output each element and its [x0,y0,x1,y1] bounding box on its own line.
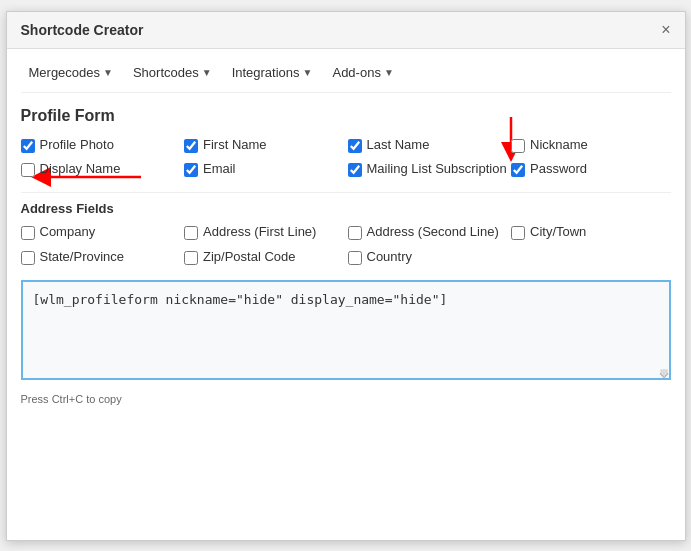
last-name-label: Last Name [367,137,430,154]
mailing-list-label: Mailing List Subscription [367,161,507,178]
checkbox-password: Password [511,161,671,178]
nickname-checkbox[interactable] [511,139,525,153]
address-checkboxes-grid: Company Address (First Line) Address (Se… [21,224,671,266]
profile-photo-checkbox[interactable] [21,139,35,153]
address-fields-section: Address Fields Company Address (First Li… [21,192,671,266]
checkbox-nickname: Nickname [511,137,671,154]
password-label: Password [530,161,587,178]
country-label: Country [367,249,413,266]
nickname-label: Nickname [530,137,588,154]
email-checkbox[interactable] [184,163,198,177]
checkbox-address-first: Address (First Line) [184,224,344,241]
chevron-down-icon: ▼ [103,67,113,78]
dialog-title: Shortcode Creator [21,22,144,38]
checkbox-state-province: State/Province [21,249,181,266]
checkbox-company: Company [21,224,181,241]
menu-mergecodes[interactable]: Mergecodes ▼ [21,61,121,84]
checkbox-country: Country [348,249,508,266]
password-checkbox[interactable] [511,163,525,177]
menu-addons[interactable]: Add-ons ▼ [324,61,401,84]
city-town-checkbox[interactable] [511,226,525,240]
address-first-label: Address (First Line) [203,224,316,241]
close-button[interactable]: × [661,22,670,38]
address-first-checkbox[interactable] [184,226,198,240]
display-name-label: Display Name [40,161,121,178]
email-label: Email [203,161,236,178]
checkbox-first-name: First Name [184,137,344,154]
company-label: Company [40,224,96,241]
checkbox-zip: Zip/Postal Code [184,249,344,266]
zip-checkbox[interactable] [184,251,198,265]
address-fields-title: Address Fields [21,201,671,216]
chevron-down-icon: ▼ [202,67,212,78]
checkbox-email: Email [184,161,344,178]
profile-form-title: Profile Form [21,107,671,125]
copy-hint: Press Ctrl+C to copy [21,393,671,405]
first-name-checkbox[interactable] [184,139,198,153]
address-second-checkbox[interactable] [348,226,362,240]
zip-label: Zip/Postal Code [203,249,296,266]
profile-form-section: Profile Form Profile Photo [21,107,671,267]
menu-bar: Mergecodes ▼ Shortcodes ▼ Integrations ▼… [21,61,671,93]
mailing-list-checkbox[interactable] [348,163,362,177]
menu-integrations[interactable]: Integrations ▼ [224,61,321,84]
display-name-checkbox[interactable] [21,163,35,177]
checkbox-profile-photo: Profile Photo [21,137,181,154]
menu-shortcodes[interactable]: Shortcodes ▼ [125,61,220,84]
profile-photo-label: Profile Photo [40,137,114,154]
last-name-checkbox[interactable] [348,139,362,153]
profile-checkboxes-grid: Profile Photo First Name Last Name Nickn… [21,137,671,179]
company-checkbox[interactable] [21,226,35,240]
checkbox-city-town: City/Town [511,224,671,241]
output-textarea[interactable]: [wlm_profileform nickname="hide" display… [21,280,671,380]
checkbox-address-second: Address (Second Line) [348,224,508,241]
output-wrapper: [wlm_profileform nickname="hide" display… [21,280,671,389]
state-province-checkbox[interactable] [21,251,35,265]
chevron-down-icon: ▼ [384,67,394,78]
shortcode-creator-dialog: Shortcode Creator × Mergecodes ▼ Shortco… [6,11,686,541]
state-province-label: State/Province [40,249,125,266]
country-checkbox[interactable] [348,251,362,265]
first-name-label: First Name [203,137,267,154]
checkbox-mailing-list: Mailing List Subscription [348,161,508,178]
dialog-header: Shortcode Creator × [7,12,685,49]
checkbox-last-name: Last Name [348,137,508,154]
dialog-body: Mergecodes ▼ Shortcodes ▼ Integrations ▼… [7,49,685,418]
chevron-down-icon: ▼ [303,67,313,78]
address-second-label: Address (Second Line) [367,224,499,241]
city-town-label: City/Town [530,224,586,241]
resize-handle-icon: ⟱ [659,367,669,381]
output-section: [wlm_profileform nickname="hide" display… [21,280,671,405]
checkbox-display-name: Display Name [21,161,181,178]
